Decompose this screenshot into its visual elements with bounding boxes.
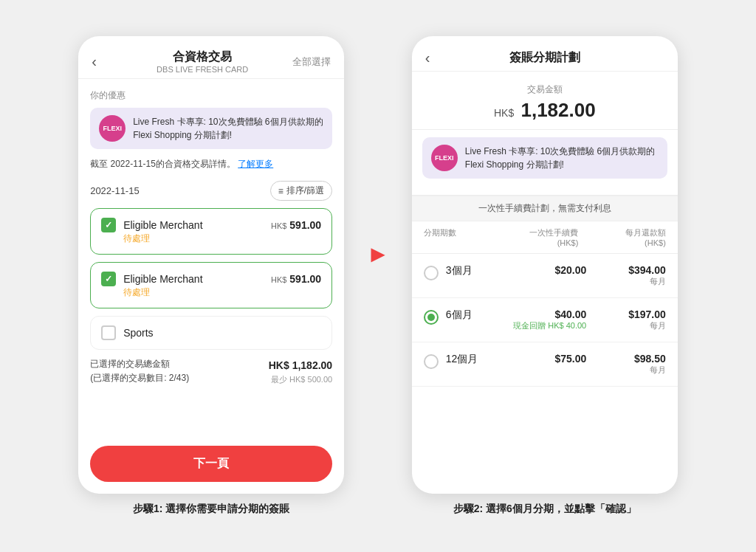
summary-left: 已選擇的交易總金額 (已選擇的交易數目: 2/43) [90,357,189,385]
fee-col-3months: $20.00 [507,264,587,276]
date-label: 2022-11-15 [90,185,140,196]
tx-row-2: Eligible Merchant HK$ 591.00 [101,272,321,286]
monthly-col-6months: $197.00 每月 [586,308,666,331]
checkbox-3[interactable] [101,325,116,340]
checkbox-1[interactable] [101,218,116,232]
select-all-button[interactable]: 全部選擇 [292,55,331,69]
monthly-col-3months: $394.00 每月 [586,264,666,287]
summary-min: 最少 HK$ 500.00 [269,373,332,387]
summary-right: HK$ 1,182.00 最少 HK$ 500.00 [269,357,332,387]
info-line: 截至 2022-11-15的合資格交易詳情。 了解更多 [90,158,332,170]
col-header-monthly: 每月還款額 (HK$) [578,227,665,247]
period-6months: 6個月 [439,308,507,322]
period-12months: 12個月 [439,353,507,366]
cashback-6months: 現金回贈 HK$ 40.00 [507,320,587,331]
amount-prefix-2: HK$ [271,275,286,284]
col-fee-line1: 一次性手續費 [491,227,578,238]
tx-row-1: Eligible Merchant HK$ 591.00 [101,218,321,232]
col-fee-line2: (HK$) [491,238,578,247]
right-back-button[interactable]: ‹ [425,49,446,66]
left-content: 你的優惠 FLEXI Live Fresh 卡專享: 10次免費體驗 6個月供款… [78,79,344,437]
fee-12months: $75.00 [507,353,587,365]
monthly-label-3months: 每月 [586,276,666,287]
step1-label: 步驟1: 選擇你需要申請分期的簽賬 [133,503,289,516]
fee-6months: $40.00 [507,308,587,320]
left-phone: ‹ 合資格交易 DBS LIVE FRESH CARD 全部選擇 你的優惠 FL… [78,36,344,494]
left-back-button[interactable]: ‹ [92,53,112,70]
right-promo-text: Live Fresh 卡專享: 10次免費體驗 6個月供款期的 Flexi Sh… [465,145,659,171]
amount-2: HK$ 591.00 [271,273,321,285]
merchant-3: Sports [123,327,321,339]
checkbox-2[interactable] [101,272,116,286]
plan-table-header: 分期期數 一次性手續費 (HK$) 每月還款額 (HK$) [412,221,678,254]
col-monthly-line1: 每月還款額 [578,227,665,238]
summary-row: 已選擇的交易總金額 (已選擇的交易數目: 2/43) HK$ 1,182.00 … [90,357,332,387]
arrow-icon: ► [366,241,390,268]
col-monthly-line2: (HK$) [578,238,665,247]
status-1: 待處理 [123,232,321,245]
amount-section: 交易金額 HK$ 1,182.00 [412,72,678,130]
summary-label2: (已選擇的交易數目: 2/43) [90,371,189,385]
filter-icon: ≡ [278,186,284,196]
plan-section-title: 一次性手續費計劃，無需支付利息 [412,196,678,221]
amount-1: HK$ 591.00 [271,219,321,231]
fee-3months: $20.00 [507,264,587,276]
plan-option-12months[interactable]: 12個月 $75.00 $98.50 每月 [412,342,678,387]
amount-value-1: 591.00 [289,219,321,231]
left-phone-wrapper: ‹ 合資格交易 DBS LIVE FRESH CARD 全部選擇 你的優惠 FL… [78,36,344,516]
amount-value-2: 591.00 [289,273,321,285]
merchant-2: Eligible Merchant [123,273,264,285]
right-phone: ‹ 簽賬分期計劃 交易金額 HK$ 1,182.00 FLEXI Live Fr… [412,36,678,494]
transaction-item-1[interactable]: Eligible Merchant HK$ 591.00 待處理 [90,208,332,255]
summary-label1: 已選擇的交易總金額 [90,357,189,371]
transaction-item-3[interactable]: Sports [90,316,332,350]
fee-col-6months: $40.00 現金回贈 HK$ 40.00 [507,308,587,331]
left-header-subtitle: DBS LIVE FRESH CARD [112,65,292,74]
right-promo-banner: FLEXI Live Fresh 卡專享: 10次免費體驗 6個月供款期的 Fl… [422,137,667,179]
amount-label: 交易金額 [424,83,666,96]
right-header: ‹ 簽賬分期計劃 [412,36,678,72]
period-3months: 3個月 [439,264,507,277]
left-header-center: 合資格交易 DBS LIVE FRESH CARD [112,49,292,74]
monthly-col-12months: $98.50 每月 [586,353,666,376]
flexi-icon-right: FLEXI [431,145,458,171]
col-header-fee: 一次性手續費 (HK$) [491,227,578,247]
right-header-center: 簽賬分期計劃 [446,50,644,66]
plan-option-6months[interactable]: 6個月 $40.00 現金回贈 HK$ 40.00 $197.00 每月 [412,298,678,342]
radio-12months[interactable] [424,354,439,369]
amount-prefix-1: HK$ [271,221,286,230]
plan-option-3months[interactable]: 3個月 $20.00 $394.00 每月 [412,254,678,298]
date-row: 2022-11-15 ≡ 排序/篩選 [90,181,332,201]
transaction-item-2[interactable]: Eligible Merchant HK$ 591.00 待處理 [90,262,332,308]
offers-label: 你的優惠 [90,89,332,102]
left-header-title: 合資格交易 [112,49,292,65]
left-header: ‹ 合資格交易 DBS LIVE FRESH CARD 全部選擇 [78,36,344,79]
right-header-title: 簽賬分期計劃 [446,50,644,66]
filter-button[interactable]: ≡ 排序/篩選 [270,181,332,201]
merchant-1: Eligible Merchant [123,219,264,231]
monthly-6months: $197.00 [586,308,666,320]
step2-label: 步驟2: 選擇6個月分期，並點擊「確認」 [453,503,636,516]
next-button[interactable]: 下一頁 [90,446,332,482]
info-text: 截至 2022-11-15的合資格交易詳情。 [90,159,236,169]
monthly-3months: $394.00 [586,264,666,276]
amount-currency: HK$ [494,107,514,119]
left-promo-banner: FLEXI Live Fresh 卡專享: 10次免費體驗 6個月供款期的 Fl… [90,108,332,149]
amount-number: 1,182.00 [520,99,595,121]
col-header-period: 分期期數 [424,227,491,247]
summary-total: HK$ 1,182.00 [269,357,332,373]
monthly-label-6months: 每月 [586,320,666,331]
monthly-label-12months: 每月 [586,365,666,376]
tx-row-3: Sports [101,325,321,340]
learn-more-link[interactable]: 了解更多 [238,159,273,169]
monthly-12months: $98.50 [586,353,666,365]
flexi-icon-left: FLEXI [99,115,126,142]
radio-3months[interactable] [424,266,439,280]
right-phone-wrapper: ‹ 簽賬分期計劃 交易金額 HK$ 1,182.00 FLEXI Live Fr… [412,36,678,516]
radio-6months[interactable] [424,310,439,325]
fee-col-12months: $75.00 [507,353,587,365]
amount-display: HK$ 1,182.00 [424,99,666,122]
filter-label: 排序/篩選 [286,184,324,197]
left-promo-text: Live Fresh 卡專享: 10次免費體驗 6個月供款期的 Flexi Sh… [133,115,323,142]
status-2: 待處理 [123,286,321,299]
